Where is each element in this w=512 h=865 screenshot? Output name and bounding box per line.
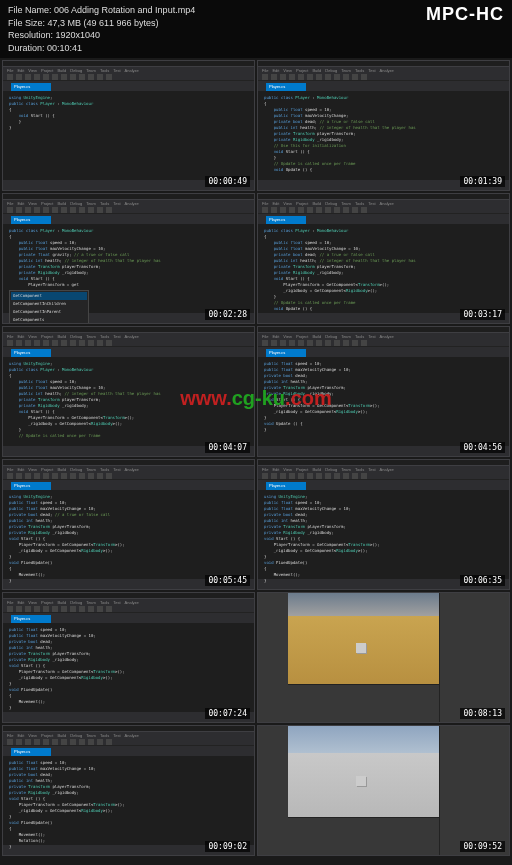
duration-value: 00:10:41 [47,43,82,53]
editor-tab[interactable]: Player.cs [11,482,51,490]
thumbnail-timestamp: 00:04:56 [460,442,505,453]
editor-tab[interactable]: Player.cs [266,482,306,490]
thumbnail-timestamp: 00:08:13 [460,708,505,719]
thumbnail-1[interactable]: FileEditViewProjectBuildDebugTeamToolsTe… [2,60,255,191]
thumbnail-timestamp: 00:06:35 [460,575,505,586]
filesize-value: 47,3 MB (49 611 966 bytes) [48,18,159,28]
file-info-block: File Name: 006 Adding Rotation and Input… [8,4,195,54]
code-editor[interactable]: public class Player : MonoBehaviour{ pub… [258,224,509,313]
thumbnail-7[interactable]: FileEditViewProjectBuildDebugTeamToolsTe… [2,459,255,590]
thumbnail-3[interactable]: FileEditViewProjectBuildDebugTeamToolsTe… [2,193,255,324]
intellisense-popup[interactable]: GetComponentGetComponentInChildrenGetCom… [9,290,89,324]
code-editor[interactable]: using UnityEngine;public class Player : … [3,91,254,180]
editor-tab[interactable]: Player.cs [11,349,51,357]
unity-editor [258,726,509,855]
thumbnail-4[interactable]: FileEditViewProjectBuildDebugTeamToolsTe… [257,193,510,324]
thumbnail-11[interactable]: FileEditViewProjectBuildDebugTeamToolsTe… [2,725,255,856]
thumbnail-timestamp: 00:01:39 [460,176,505,187]
code-editor[interactable]: public float speed = 10;public float max… [258,357,509,446]
code-editor[interactable]: public float speed = 10;public float max… [3,756,254,845]
thumbnail-12[interactable]: 00:09:52 [257,725,510,856]
filename-label: File Name: [8,5,52,15]
code-editor[interactable]: public class Player : MonoBehaviour{ pub… [3,224,254,313]
resolution-value: 1920x1040 [56,30,101,40]
code-editor[interactable]: public class Player : MonoBehaviour{ pub… [258,91,509,180]
thumbnail-5[interactable]: FileEditViewProjectBuildDebugTeamToolsTe… [2,326,255,457]
resolution-label: Resolution: [8,30,53,40]
thumbnail-9[interactable]: FileEditViewProjectBuildDebugTeamToolsTe… [2,592,255,723]
thumbnail-timestamp: 00:04:07 [205,442,250,453]
editor-tab[interactable]: Player.cs [11,83,51,91]
thumbnail-10[interactable]: 00:08:13 [257,592,510,723]
editor-tab[interactable]: Player.cs [11,615,51,623]
thumbnail-2[interactable]: FileEditViewProjectBuildDebugTeamToolsTe… [257,60,510,191]
editor-tab[interactable]: Player.cs [266,349,306,357]
cube-icon [356,776,366,786]
thumbnail-8[interactable]: FileEditViewProjectBuildDebugTeamToolsTe… [257,459,510,590]
filesize-label: File Size: [8,18,45,28]
filename-value: 006 Adding Rotation and Input.mp4 [54,5,195,15]
unity-editor [258,593,509,722]
code-editor[interactable]: public float speed = 10;public float max… [3,623,254,712]
editor-tab[interactable]: Player.cs [266,216,306,224]
editor-tab[interactable]: Player.cs [11,748,51,756]
editor-tab[interactable]: Player.cs [11,216,51,224]
unity-scene-view [288,726,439,816]
thumbnail-timestamp: 00:09:02 [205,841,250,852]
code-editor[interactable]: using UnityEngine;public float speed = 1… [3,490,254,579]
code-editor[interactable]: using UnityEngine;public float speed = 1… [258,490,509,579]
code-editor[interactable]: using UnityEngine;public class Player : … [3,357,254,446]
thumbnail-6[interactable]: FileEditViewProjectBuildDebugTeamToolsTe… [257,326,510,457]
duration-label: Duration: [8,43,45,53]
thumbnail-timestamp: 00:03:17 [460,309,505,320]
thumbnail-timestamp: 00:05:45 [205,575,250,586]
cube-icon [356,643,366,653]
unity-scene-view [288,593,439,683]
thumbnail-timestamp: 00:07:24 [205,708,250,719]
thumbnail-timestamp: 00:00:49 [205,176,250,187]
thumbnail-timestamp: 00:09:52 [460,841,505,852]
player-logo: MPC-HC [426,4,504,25]
file-header: File Name: 006 Adding Rotation and Input… [0,0,512,58]
editor-tab[interactable]: Player.cs [266,83,306,91]
thumbnail-timestamp: 00:02:28 [205,309,250,320]
thumbnail-grid: FileEditViewProjectBuildDebugTeamToolsTe… [0,58,512,858]
